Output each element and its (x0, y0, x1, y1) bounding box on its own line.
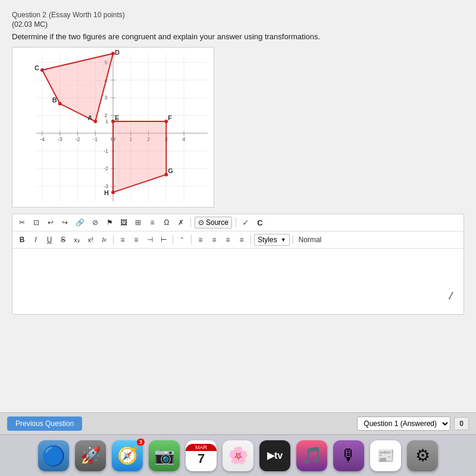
dock-photos[interactable]: 🌸 (223, 440, 253, 471)
ul-button[interactable]: ≡ (117, 234, 129, 246)
svg-text:3: 3 (105, 95, 108, 101)
svg-text:-3: -3 (58, 136, 62, 142)
separator5 (191, 235, 192, 245)
svg-text:-4: -4 (40, 136, 45, 142)
svg-point-52 (58, 102, 62, 105)
question-count: 0 (454, 417, 469, 430)
link-button[interactable]: 🔗 (73, 217, 87, 228)
facetime-icon: 📷 (154, 446, 175, 465)
question-subheader: (02.03 MC) (12, 20, 464, 29)
separator1 (190, 218, 191, 227)
safari-badge: 3 (137, 439, 145, 446)
svg-text:2: 2 (105, 112, 108, 118)
svg-text:-2: -2 (75, 136, 80, 142)
separator7 (293, 235, 293, 245)
separator6 (250, 235, 251, 245)
chevron-down-icon: ▼ (281, 237, 286, 243)
svg-text:1: 1 (105, 118, 108, 124)
dock-music[interactable]: 🎵 (296, 440, 327, 471)
main-content: Question 2 (Essay Worth 10 points) (02.0… (0, 0, 476, 412)
source-label: Source (206, 218, 228, 227)
dock-launchpad[interactable]: 🚀 (75, 440, 106, 471)
svg-point-51 (93, 120, 97, 123)
toolbar-row1: ✂ ⊡ ↩ ↪ 🔗 ⊘ ⚑ 🖼 ⊞ ≡ Ω ✗ ⊙ Source ✓ C (12, 214, 464, 231)
svg-text:4: 4 (183, 136, 186, 142)
italic-button[interactable]: I (30, 234, 42, 246)
c-button[interactable]: C (254, 217, 266, 228)
unlink-button[interactable]: ⊘ (89, 217, 101, 228)
dock-calendar[interactable]: MAR 7 (186, 440, 217, 471)
list-button[interactable]: ≡ (146, 217, 158, 228)
dock: 🔵 🚀 🧭 3 📷 MAR 7 🌸 ▶tv 🎵 🎙 📰 ⚙ (0, 434, 476, 476)
dock-podcasts[interactable]: 🎙 (333, 440, 364, 471)
undo-button[interactable]: ↩ (45, 217, 57, 228)
dock-finder[interactable]: 🔵 (38, 440, 69, 471)
svg-text:F: F (168, 114, 172, 121)
italic2-button[interactable]: Ix (98, 234, 110, 246)
prev-question-button[interactable]: Previous Question (7, 416, 82, 431)
omega-button[interactable]: Ω (161, 217, 173, 228)
dock-news[interactable]: 📰 (370, 440, 401, 471)
underline-button[interactable]: U (43, 234, 55, 246)
svg-point-53 (40, 68, 44, 72)
dock-systemprefs[interactable]: ⚙ (407, 440, 438, 471)
appletv-icon: ▶tv (267, 450, 283, 461)
bold-button[interactable]: B (16, 234, 28, 246)
toolbar-row2: B I U S x₂ x² Ix ≡ ≡ ⊣ ⊢ " ≡ ≡ ≡ ≡ Style… (12, 231, 464, 249)
image-button[interactable]: 🖼 (118, 217, 130, 228)
separator3 (113, 235, 114, 245)
outdent-button[interactable]: ⊢ (158, 234, 170, 246)
svg-text:E: E (115, 114, 119, 121)
superscript-button[interactable]: x² (84, 234, 96, 246)
svg-text:A: A (87, 114, 92, 121)
svg-text:-3: -3 (104, 183, 108, 189)
svg-point-58 (111, 190, 115, 194)
source-button[interactable]: ⊙ Source (195, 217, 232, 228)
dock-safari[interactable]: 🧭 3 (112, 440, 143, 471)
question-selector: Question 1 (Answered) 0 (357, 416, 469, 431)
calendar-day: 7 (198, 451, 205, 466)
strikethrough-button[interactable]: S (57, 234, 69, 246)
separator2 (236, 218, 236, 227)
text-editor[interactable]: ✂ ⊡ ↩ ↪ 🔗 ⊘ ⚑ 🖼 ⊞ ≡ Ω ✗ ⊙ Source ✓ C B I… (12, 214, 464, 315)
question-text: Determine if the two figures are congrue… (12, 32, 464, 41)
photos-icon: 🌸 (228, 446, 249, 465)
editor-body[interactable]: 𝐼 (12, 249, 464, 314)
launchpad-icon: 🚀 (80, 446, 101, 465)
special-char-button[interactable]: ✗ (175, 217, 187, 228)
cursor-indicator: 𝐼 (448, 290, 452, 302)
ol-button[interactable]: ≡ (130, 234, 142, 246)
svg-text:D: D (115, 49, 120, 56)
podcasts-icon: 🎙 (340, 446, 357, 465)
align-center-button[interactable]: ≡ (208, 234, 220, 246)
table-button[interactable]: ⊞ (132, 217, 144, 228)
align-left-button[interactable]: ≡ (195, 234, 206, 246)
source-icon: ⊙ (198, 218, 204, 227)
question-dropdown[interactable]: Question 1 (Answered) (357, 416, 450, 431)
redo-button[interactable]: ↪ (59, 217, 71, 228)
question-number: Question 2 (12, 11, 46, 19)
svg-text:-1: -1 (104, 148, 108, 154)
indent-button[interactable]: ⊣ (144, 234, 156, 246)
flag-button[interactable]: ⚑ (104, 217, 115, 228)
styles-dropdown[interactable]: Styles ▼ (254, 234, 290, 246)
subscript-button[interactable]: x₂ (71, 234, 83, 246)
svg-text:-2: -2 (104, 165, 108, 171)
svg-text:-1: -1 (93, 136, 98, 142)
dock-facetime[interactable]: 📷 (149, 440, 180, 471)
dock-appletv[interactable]: ▶tv (259, 440, 290, 471)
systemprefs-icon: ⚙ (415, 446, 430, 465)
normal-label: Normal (296, 234, 324, 245)
bottom-nav: Previous Question Question 1 (Answered) … (0, 412, 476, 434)
safari-icon: 🧭 (117, 446, 138, 465)
quote-button[interactable]: " (176, 234, 188, 246)
svg-text:G: G (168, 167, 173, 174)
check-button[interactable]: ✓ (240, 217, 252, 228)
finder-icon: 🔵 (42, 444, 65, 467)
copy-button[interactable]: ⊡ (30, 217, 42, 228)
align-justify-button[interactable]: ≡ (236, 234, 248, 246)
cut-button[interactable]: ✂ (16, 217, 28, 228)
graph-container: -4 -3 -2 -1 1 2 3 4 5 4 3 2 1 -1 -2 -3 (12, 47, 214, 208)
svg-text:B: B (52, 96, 57, 104)
align-right-button[interactable]: ≡ (222, 234, 234, 246)
